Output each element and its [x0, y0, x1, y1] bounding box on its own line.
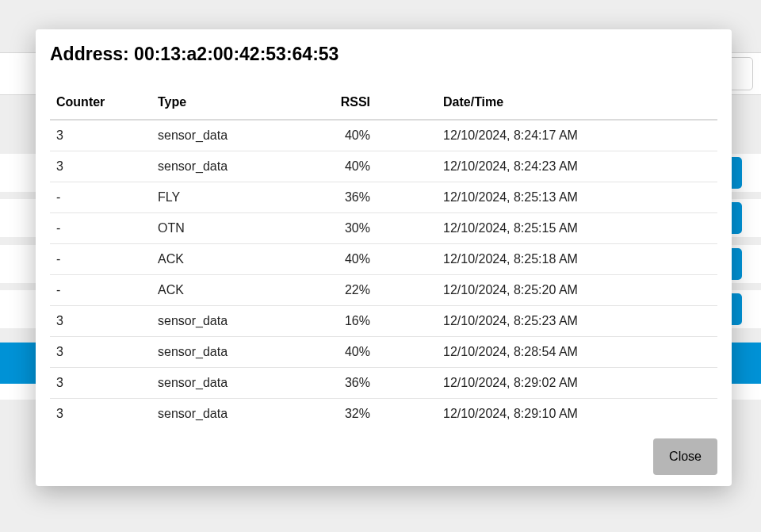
cell-counter: -: [50, 213, 151, 244]
cell-datetime: 12/10/2024, 8:24:17 AM: [386, 120, 717, 151]
table-row: 3 sensor_data 36% 12/10/2024, 8:29:02 AM: [50, 368, 717, 399]
cell-datetime: 12/10/2024, 8:25:18 AM: [386, 244, 717, 275]
cell-datetime: 12/10/2024, 8:25:15 AM: [386, 213, 717, 244]
cell-rssi: 40%: [307, 337, 386, 368]
table-row: - ACK 22% 12/10/2024, 8:25:20 AM: [50, 275, 717, 306]
cell-counter: 3: [50, 306, 151, 337]
cell-rssi: 40%: [307, 151, 386, 182]
cell-counter: 3: [50, 120, 151, 151]
cell-rssi: 36%: [307, 182, 386, 213]
table-row: 3 sensor_data 16% 12/10/2024, 8:25:23 AM: [50, 306, 717, 337]
cell-datetime: 12/10/2024, 8:24:23 AM: [386, 151, 717, 182]
table-row: - OTN 30% 12/10/2024, 8:25:15 AM: [50, 213, 717, 244]
table-row: 3 sensor_data 40% 12/10/2024, 8:28:54 AM: [50, 337, 717, 368]
table-row: 3 sensor_data 40% 12/10/2024, 8:24:23 AM: [50, 151, 717, 182]
cell-counter: 3: [50, 151, 151, 182]
cell-datetime: 12/10/2024, 8:25:23 AM: [386, 306, 717, 337]
cell-type: sensor_data: [151, 306, 307, 337]
modal-title-label: Address:: [50, 44, 134, 64]
modal-footer: Close: [50, 438, 717, 475]
cell-datetime: 12/10/2024, 8:25:20 AM: [386, 275, 717, 306]
cell-type: sensor_data: [151, 120, 307, 151]
close-button[interactable]: Close: [653, 438, 717, 475]
packets-table: Counter Type RSSI Date/Time 3 sensor_dat…: [50, 95, 717, 429]
cell-rssi: 16%: [307, 306, 386, 337]
table-row: 3 sensor_data 40% 12/10/2024, 8:24:17 AM: [50, 120, 717, 151]
cell-rssi: 36%: [307, 368, 386, 399]
cell-counter: 3: [50, 368, 151, 399]
cell-rssi: 40%: [307, 244, 386, 275]
cell-datetime: 12/10/2024, 8:29:02 AM: [386, 368, 717, 399]
cell-counter: -: [50, 244, 151, 275]
column-header-rssi: RSSI: [307, 95, 386, 120]
table-row: 3 sensor_data 32% 12/10/2024, 8:29:10 AM: [50, 399, 717, 430]
cell-counter: -: [50, 275, 151, 306]
table-row: - FLY 36% 12/10/2024, 8:25:13 AM: [50, 182, 717, 213]
cell-type: ACK: [151, 275, 307, 306]
cell-rssi: 32%: [307, 399, 386, 430]
cell-counter: 3: [50, 399, 151, 430]
cell-type: OTN: [151, 213, 307, 244]
column-header-type: Type: [151, 95, 307, 120]
cell-type: FLY: [151, 182, 307, 213]
cell-type: ACK: [151, 244, 307, 275]
table-row: - ACK 40% 12/10/2024, 8:25:18 AM: [50, 244, 717, 275]
column-header-datetime: Date/Time: [386, 95, 717, 120]
cell-rssi: 30%: [307, 213, 386, 244]
cell-type: sensor_data: [151, 399, 307, 430]
modal-address-value: 00:13:a2:00:42:53:64:53: [134, 44, 338, 64]
address-details-modal: Address: 00:13:a2:00:42:53:64:53 Counter…: [36, 29, 732, 486]
modal-title: Address: 00:13:a2:00:42:53:64:53: [50, 44, 717, 65]
cell-type: sensor_data: [151, 368, 307, 399]
table-header-row: Counter Type RSSI Date/Time: [50, 95, 717, 120]
cell-datetime: 12/10/2024, 8:29:10 AM: [386, 399, 717, 430]
cell-datetime: 12/10/2024, 8:25:13 AM: [386, 182, 717, 213]
cell-type: sensor_data: [151, 337, 307, 368]
cell-rssi: 40%: [307, 120, 386, 151]
cell-counter: -: [50, 182, 151, 213]
column-header-counter: Counter: [50, 95, 151, 120]
cell-rssi: 22%: [307, 275, 386, 306]
cell-type: sensor_data: [151, 151, 307, 182]
cell-counter: 3: [50, 337, 151, 368]
cell-datetime: 12/10/2024, 8:28:54 AM: [386, 337, 717, 368]
